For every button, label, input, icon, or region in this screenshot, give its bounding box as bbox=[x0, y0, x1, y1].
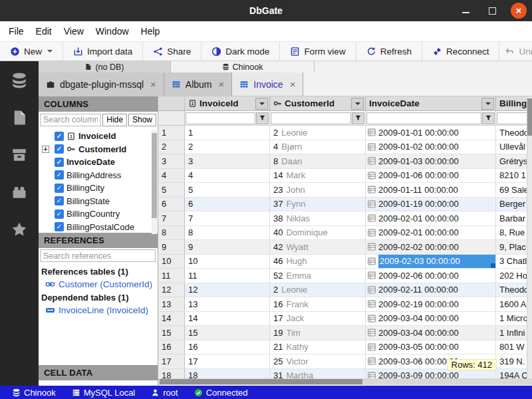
cell-invoiceid[interactable]: 9 bbox=[185, 240, 270, 255]
row-number[interactable]: 7 bbox=[158, 211, 185, 226]
cell-customerid[interactable]: 19Tim bbox=[270, 326, 366, 340]
cell-invoicedate[interactable]: 2009-01-11 00:00:00 bbox=[366, 183, 496, 198]
cell-invoicedate[interactable]: 2009-02-11 00:00:00 bbox=[366, 283, 496, 298]
cell-customerid[interactable]: 37Fynn bbox=[270, 198, 366, 212]
cell-customerid[interactable]: 38Niklas bbox=[270, 211, 366, 226]
close-tab-icon[interactable]: × bbox=[150, 78, 156, 90]
close-tab-icon[interactable]: × bbox=[290, 78, 296, 90]
columns-scrollbar[interactable] bbox=[152, 130, 157, 234]
close-tab-icon[interactable]: × bbox=[219, 78, 225, 90]
row-number[interactable]: 4 bbox=[158, 169, 185, 184]
menu-file[interactable]: File bbox=[3, 23, 30, 39]
search-columns-input[interactable] bbox=[40, 114, 101, 126]
cell-customerid[interactable]: 8Daan bbox=[270, 154, 366, 169]
cell-invoiceid[interactable]: 1 bbox=[185, 126, 270, 140]
minimize-button[interactable] bbox=[458, 3, 473, 19]
toolbar-undo-button[interactable]: Undo bbox=[499, 42, 532, 61]
column-item-billingcountry[interactable]: ✓BillingCountry bbox=[39, 207, 158, 221]
row-number[interactable]: 16 bbox=[158, 340, 185, 355]
toolbar-share-button[interactable]: Share bbox=[143, 42, 201, 61]
menu-window[interactable]: Window bbox=[90, 23, 135, 39]
checkbox-billingpostalcode[interactable]: ✓ bbox=[55, 222, 64, 231]
cell-invoicedate[interactable]: 2009-03-05 00:00:00 bbox=[366, 340, 496, 355]
row-number[interactable]: 2 bbox=[158, 140, 185, 155]
row-number[interactable]: 6 bbox=[158, 198, 185, 212]
filter-input-invoicedate[interactable] bbox=[366, 112, 481, 124]
cell-invoicedate[interactable]: 2009-01-19 00:00:00 bbox=[366, 198, 496, 212]
toolbar-refresh-button[interactable]: Refresh bbox=[356, 42, 422, 61]
show-button[interactable]: Show bbox=[128, 114, 156, 126]
filter-funnel-icon[interactable] bbox=[482, 112, 495, 124]
row-number[interactable]: 14 bbox=[158, 312, 185, 327]
row-number[interactable]: 12 bbox=[158, 283, 185, 298]
column-item-customerid[interactable]: +✓CustomerId bbox=[39, 143, 158, 156]
ref-link-customer-customerid[interactable]: Customer (CustomerId) bbox=[39, 278, 158, 291]
column-menu-button[interactable] bbox=[255, 98, 268, 110]
cell-invoicedate[interactable]: 2009-01-06 00:00:00 bbox=[366, 169, 496, 184]
tab-album[interactable]: Album× bbox=[164, 72, 232, 96]
column-header-customerid[interactable]: CustomerId bbox=[270, 96, 366, 111]
cell-invoicedate[interactable]: 2009-02-02 00:00:00 bbox=[366, 240, 496, 255]
checkbox-billingcountry[interactable]: ✓ bbox=[55, 209, 64, 219]
cell-invoiceid[interactable]: 3 bbox=[185, 154, 270, 169]
cell-invoiceid[interactable]: 5 bbox=[185, 183, 270, 198]
filter-funnel-icon[interactable] bbox=[352, 112, 364, 124]
sidebar-item-archive[interactable] bbox=[9, 146, 29, 164]
checkbox-customerid[interactable]: ✓ bbox=[55, 144, 64, 154]
cell-customerid[interactable]: 23John bbox=[270, 183, 366, 198]
cell-invoiceid[interactable]: 16 bbox=[185, 340, 270, 355]
horizontal-scrollbar[interactable] bbox=[158, 378, 532, 385]
column-item-billingstate[interactable]: ✓BillingState bbox=[39, 195, 158, 208]
cell-invoiceid[interactable]: 6 bbox=[185, 198, 270, 212]
horizontal-scrollbar-thumb[interactable] bbox=[160, 379, 362, 384]
row-number[interactable]: 1 bbox=[158, 126, 185, 140]
close-button[interactable]: × bbox=[511, 3, 527, 19]
toolbar-reconnect-button[interactable]: Reconnect bbox=[422, 42, 500, 61]
cell-invoiceid[interactable]: 10 bbox=[185, 255, 270, 269]
cell-invoicedate[interactable]: 2009-02-19 00:00:00 bbox=[366, 297, 496, 312]
menu-help[interactable]: Help bbox=[135, 23, 166, 39]
expand-icon[interactable]: + bbox=[42, 146, 49, 153]
cell-invoicedate[interactable]: 2009-01-03 00:00:00 bbox=[366, 154, 496, 169]
cell-customerid[interactable]: 21Kathy bbox=[270, 340, 366, 355]
column-item-billingpostalcode[interactable]: ✓BillingPostalCode bbox=[39, 221, 158, 234]
toolbar-new-button[interactable]: New bbox=[0, 42, 63, 61]
row-number[interactable]: 15 bbox=[158, 326, 185, 340]
cell-customerid[interactable]: 2Leonie bbox=[270, 283, 366, 298]
status-mysql-local[interactable]: MySQL Local bbox=[64, 388, 144, 398]
cell-invoiceid[interactable]: 15 bbox=[185, 326, 270, 340]
toolbar-form-view-button[interactable]: Form view bbox=[280, 42, 356, 61]
hide-button[interactable]: Hide bbox=[102, 114, 127, 126]
vertical-scrollbar-thumb[interactable] bbox=[527, 98, 532, 136]
sidebar-item-favorites[interactable] bbox=[9, 221, 29, 238]
cell-invoicedate[interactable]: 2009-02-01 00:00:00 bbox=[366, 226, 496, 241]
column-item-billingaddress[interactable]: ✓BillingAddress bbox=[39, 169, 158, 182]
cell-customerid[interactable]: 46Hugh bbox=[270, 255, 366, 269]
cell-customerid[interactable]: 40Dominique bbox=[270, 226, 366, 241]
status-chinook[interactable]: Chinook bbox=[4, 388, 64, 398]
column-header-invoiceid[interactable]: 1InvoiceId bbox=[185, 96, 270, 111]
row-number[interactable]: 11 bbox=[158, 269, 185, 283]
checkbox-billingcity[interactable]: ✓ bbox=[55, 184, 64, 193]
row-number[interactable]: 3 bbox=[158, 154, 185, 169]
cell-customerid[interactable]: 52Emma bbox=[270, 269, 366, 283]
cell-invoicedate[interactable]: 2009-03-04 00:00:00 bbox=[366, 312, 496, 327]
column-item-invoiceid[interactable]: ✓1InvoiceId bbox=[39, 130, 158, 143]
column-item-invoicedate[interactable]: ✓InvoiceDate bbox=[39, 156, 158, 169]
cell-customerid[interactable]: 14Mark bbox=[270, 169, 366, 184]
checkbox-billingaddress[interactable]: ✓ bbox=[55, 170, 64, 180]
cell-customerid[interactable]: 42Wyatt bbox=[270, 240, 366, 255]
cell-invoiceid[interactable]: 8 bbox=[185, 226, 270, 241]
vertical-scrollbar[interactable] bbox=[527, 96, 532, 378]
filter-input-customerid[interactable] bbox=[271, 112, 351, 124]
checkbox-invoiceid[interactable]: ✓ bbox=[55, 132, 64, 141]
menu-edit[interactable]: Edit bbox=[30, 23, 58, 39]
cell-invoiceid[interactable]: 14 bbox=[185, 312, 270, 327]
row-number[interactable]: 13 bbox=[158, 297, 185, 312]
cell-invoicedate[interactable]: 2009-02-03 00:00:00 bbox=[366, 255, 496, 269]
row-number[interactable]: 5 bbox=[158, 183, 185, 198]
filter-funnel-icon[interactable] bbox=[256, 112, 269, 124]
cell-invoiceid[interactable]: 12 bbox=[185, 283, 270, 298]
cell-customerid[interactable]: 16Frank bbox=[270, 297, 366, 312]
sidebar-item-files[interactable] bbox=[9, 109, 29, 126]
